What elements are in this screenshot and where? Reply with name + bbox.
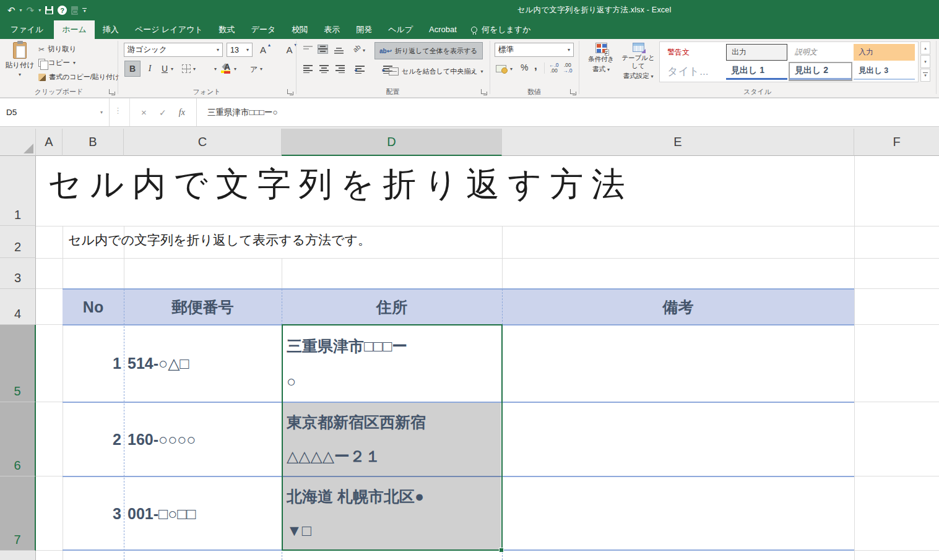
orientation-dropdown-icon[interactable]: ▾ — [363, 48, 365, 53]
italic-button[interactable]: I — [144, 61, 156, 76]
copy-button[interactable]: コピー ▾ — [38, 58, 76, 67]
column-header-C[interactable]: C — [124, 129, 282, 156]
document-link-icon[interactable] — [71, 6, 78, 15]
align-top-icon[interactable] — [303, 46, 313, 54]
paste-dropdown-icon[interactable]: ▾ — [19, 72, 21, 77]
align-middle-icon[interactable] — [318, 45, 327, 53]
cell-C5[interactable]: 514-○△□ — [128, 325, 282, 402]
gallery-scroll-down-icon[interactable]: ▾ — [920, 55, 930, 68]
percent-style-button[interactable]: % — [521, 62, 528, 72]
tab-help[interactable]: ヘルプ — [380, 20, 421, 39]
font-size-dropdown-icon[interactable]: ▾ — [246, 47, 249, 53]
font-color-dropdown-icon[interactable]: ▾ — [234, 66, 236, 72]
wrap-text-button[interactable]: ab↩ 折り返して全体を表示する — [375, 43, 482, 59]
merge-center-button[interactable]: セルを結合して中央揃え ▾ — [389, 64, 483, 79]
fill-handle[interactable] — [499, 548, 504, 553]
column-header-F[interactable]: F — [854, 129, 939, 156]
tab-formulas[interactable]: 数式 — [211, 20, 243, 39]
row-header-7[interactable]: 7 — [0, 476, 36, 551]
phonetic-guide-icon[interactable]: ア — [250, 64, 257, 75]
gallery-more-icon[interactable]: ▾ — [920, 69, 930, 82]
name-box-dropdown-icon[interactable]: ▾ — [100, 110, 103, 115]
tell-me-box[interactable]: 何をしますか — [465, 20, 537, 39]
comma-style-button[interactable]: , — [534, 60, 537, 72]
currency-icon[interactable] — [496, 65, 506, 72]
underline-button[interactable]: U — [158, 61, 171, 76]
cancel-icon[interactable]: × — [141, 107, 147, 118]
header-cell-postal[interactable]: 郵便番号 — [124, 289, 282, 325]
font-size-combo[interactable]: 13 ▾ — [227, 43, 253, 57]
tab-page-layout[interactable]: ページ レイアウト — [127, 20, 211, 39]
column-header-E[interactable]: E — [502, 129, 854, 156]
number-format-combo[interactable]: 標準 ▾ — [495, 43, 574, 57]
row-header-4[interactable]: 4 — [0, 289, 36, 325]
font-dialog-launcher[interactable] — [287, 89, 293, 95]
borders-dropdown-icon[interactable]: ▾ — [193, 66, 196, 72]
header-cell-no[interactable]: No — [63, 289, 124, 325]
tab-view[interactable]: 表示 — [316, 20, 348, 39]
currency-dropdown-icon[interactable]: ▾ — [510, 66, 513, 72]
decrease-indent-icon[interactable]: ◂ — [355, 66, 365, 74]
insert-function-icon[interactable]: fx — [179, 108, 185, 118]
cell-B6[interactable]: 2 — [63, 402, 121, 476]
help-icon[interactable]: ? — [58, 6, 67, 15]
bold-button[interactable]: B — [125, 61, 140, 76]
cut-button[interactable]: ✂ 切り取り — [38, 45, 77, 54]
sheet-subtitle-cell[interactable]: セル内での文字列を折り返して表示する方法です。 — [68, 231, 371, 249]
style-warning-text[interactable]: 警告文 — [662, 44, 724, 61]
row-header-5[interactable]: 5 — [0, 325, 36, 402]
cell-C7[interactable]: 001-□○□□ — [128, 476, 282, 551]
gallery-scroll-up-icon[interactable]: ▴ — [920, 41, 930, 54]
tab-acrobat[interactable]: Acrobat — [421, 20, 465, 39]
undo-dropdown-icon[interactable]: ▾ — [20, 7, 22, 13]
align-bottom-icon[interactable] — [334, 46, 344, 54]
row-header-2[interactable]: 2 — [0, 226, 36, 258]
tab-insert[interactable]: 挿入 — [95, 20, 127, 39]
sheet-title-cell[interactable]: セル内で文字列を折り返す方法 — [48, 162, 633, 207]
fill-color-dropdown-icon[interactable]: ▾ — [214, 66, 217, 72]
align-center-icon[interactable] — [319, 65, 329, 73]
formula-bar-resize-handle[interactable]: ⋮ — [114, 106, 122, 115]
style-heading2[interactable]: 見出し 2 — [790, 63, 851, 80]
customize-qat-icon[interactable]: ▾ — [82, 8, 87, 12]
font-color-icon[interactable]: A — [224, 63, 230, 74]
row-header-6[interactable]: 6 — [0, 402, 36, 476]
row-header-8[interactable] — [0, 551, 36, 560]
formula-input[interactable]: 三重県津市□□□ー○ — [207, 98, 278, 126]
header-cell-remarks[interactable]: 備考 — [502, 289, 854, 325]
redo-dropdown-icon[interactable]: ▾ — [38, 7, 41, 13]
underline-dropdown-icon[interactable]: ▾ — [171, 66, 173, 72]
select-all-corner[interactable] — [0, 129, 36, 156]
undo-icon[interactable]: ↶ — [7, 6, 15, 15]
tab-developer[interactable]: 開発 — [348, 20, 380, 39]
tab-home[interactable]: ホーム — [54, 20, 95, 39]
paste-button[interactable]: 貼り付け ▾ — [5, 42, 35, 88]
decrease-decimal-button[interactable]: .00 →.0 — [563, 62, 573, 74]
style-title[interactable]: タイト... — [662, 63, 724, 80]
grow-font-button[interactable]: A▴ — [260, 45, 266, 55]
column-header-A[interactable]: A — [36, 129, 63, 156]
style-heading3[interactable]: 見出し 3 — [854, 63, 915, 80]
font-name-dropdown-icon[interactable]: ▾ — [217, 47, 219, 53]
header-cell-address[interactable]: 住所 — [282, 289, 502, 325]
redo-icon[interactable]: ↷ — [27, 6, 35, 15]
row-header-3[interactable]: 3 — [0, 258, 36, 289]
increase-decimal-button[interactable]: ←.0 .00 — [549, 62, 559, 74]
phonetic-dropdown-icon[interactable]: ▾ — [260, 66, 262, 72]
column-header-B[interactable]: B — [63, 129, 124, 156]
number-dialog-launcher[interactable] — [570, 89, 576, 95]
merge-dropdown-icon[interactable]: ▾ — [481, 69, 483, 74]
style-heading1[interactable]: 見出し 1 — [726, 63, 787, 80]
cell-C6[interactable]: 160-○○○○ — [128, 402, 282, 476]
enter-icon[interactable]: ✓ — [159, 108, 167, 118]
name-box[interactable]: D5 ▾ — [0, 98, 110, 126]
cell-B7[interactable]: 3 — [63, 476, 121, 551]
style-explanatory[interactable]: 説明文 — [790, 44, 851, 61]
save-icon[interactable] — [45, 6, 53, 14]
align-right-icon[interactable] — [335, 65, 345, 73]
borders-icon[interactable] — [182, 64, 191, 73]
row-header-1[interactable]: 1 — [0, 156, 36, 226]
format-as-table-button[interactable]: テーブルとして 書式設定 ▾ — [618, 43, 658, 80]
column-header-D[interactable]: D — [282, 129, 502, 156]
tab-file[interactable]: ファイル — [0, 20, 54, 39]
